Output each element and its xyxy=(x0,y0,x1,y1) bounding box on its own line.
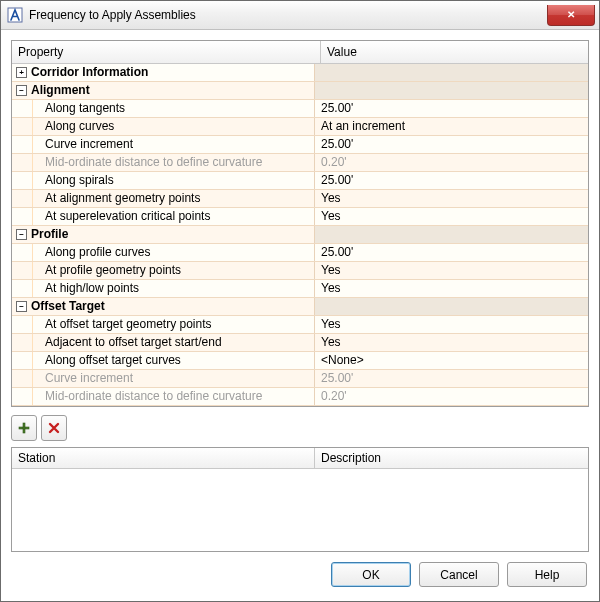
list-header: Station Description xyxy=(12,448,588,469)
app-icon xyxy=(7,7,23,23)
collapse-icon[interactable]: − xyxy=(16,301,27,312)
station-toolbar xyxy=(11,415,589,441)
row-value: 0.20' xyxy=(315,154,588,171)
list-header-station[interactable]: Station xyxy=(12,448,315,468)
expand-icon[interactable]: + xyxy=(16,67,27,78)
row-offset-curve-increment: Curve increment 25.00' xyxy=(12,370,588,388)
row-profile-geometry-points[interactable]: At profile geometry points Yes xyxy=(12,262,588,280)
row-curve-increment[interactable]: Curve increment 25.00' xyxy=(12,136,588,154)
row-label: At superelevation critical points xyxy=(37,208,210,225)
group-label: Profile xyxy=(31,226,68,243)
cancel-button[interactable]: Cancel xyxy=(419,562,499,587)
grid-body: + Corridor Information − Alignment Along… xyxy=(12,64,588,406)
title-bar[interactable]: Frequency to Apply Assemblies ✕ xyxy=(1,1,599,30)
row-value[interactable]: <None> xyxy=(315,352,588,369)
row-label: At offset target geometry points xyxy=(37,316,212,333)
help-button[interactable]: Help xyxy=(507,562,587,587)
station-list: Station Description xyxy=(11,447,589,552)
list-header-description[interactable]: Description xyxy=(315,448,588,468)
delete-station-button[interactable] xyxy=(41,415,67,441)
group-value xyxy=(315,64,588,81)
row-value[interactable]: Yes xyxy=(315,208,588,225)
row-value[interactable]: 25.00' xyxy=(315,244,588,261)
grid-header-value[interactable]: Value xyxy=(321,41,588,63)
plus-icon xyxy=(17,421,31,435)
row-adjacent-offset-target[interactable]: Adjacent to offset target start/end Yes xyxy=(12,334,588,352)
row-offset-target-geometry-points[interactable]: At offset target geometry points Yes xyxy=(12,316,588,334)
row-alignment-geometry-points[interactable]: At alignment geometry points Yes xyxy=(12,190,588,208)
group-label: Corridor Information xyxy=(31,64,148,81)
window-title: Frequency to Apply Assemblies xyxy=(29,8,547,22)
row-label: Curve increment xyxy=(37,136,133,153)
group-label: Offset Target xyxy=(31,298,105,315)
group-value xyxy=(315,226,588,243)
group-value xyxy=(315,82,588,99)
row-label: Along curves xyxy=(37,118,114,135)
client-area: Property Value + Corridor Information − xyxy=(1,30,599,601)
row-value: 25.00' xyxy=(315,370,588,387)
dialog-window: Frequency to Apply Assemblies ✕ Property… xyxy=(0,0,600,602)
list-body[interactable] xyxy=(12,469,588,551)
dialog-buttons: OK Cancel Help xyxy=(11,552,589,591)
row-value[interactable]: Yes xyxy=(315,316,588,333)
row-label: At profile geometry points xyxy=(37,262,181,279)
row-along-tangents[interactable]: Along tangents 25.00' xyxy=(12,100,588,118)
row-along-spirals[interactable]: Along spirals 25.00' xyxy=(12,172,588,190)
row-label: Along offset target curves xyxy=(37,352,181,369)
collapse-icon[interactable]: − xyxy=(16,229,27,240)
row-along-offset-target-curves[interactable]: Along offset target curves <None> xyxy=(12,352,588,370)
group-alignment[interactable]: − Alignment xyxy=(12,82,588,100)
row-label: At high/low points xyxy=(37,280,139,297)
grid-header-property[interactable]: Property xyxy=(12,41,321,63)
row-superelevation-critical-points[interactable]: At superelevation critical points Yes xyxy=(12,208,588,226)
row-label: Mid-ordinate distance to define curvatur… xyxy=(37,154,262,171)
row-label: Curve increment xyxy=(37,370,133,387)
row-value[interactable]: Yes xyxy=(315,280,588,297)
add-station-button[interactable] xyxy=(11,415,37,441)
row-label: Along tangents xyxy=(37,100,125,117)
row-label: At alignment geometry points xyxy=(37,190,200,207)
row-value[interactable]: At an increment xyxy=(315,118,588,135)
row-value[interactable]: Yes xyxy=(315,334,588,351)
row-high-low-points[interactable]: At high/low points Yes xyxy=(12,280,588,298)
group-label: Alignment xyxy=(31,82,90,99)
group-profile[interactable]: − Profile xyxy=(12,226,588,244)
row-value[interactable]: 25.00' xyxy=(315,136,588,153)
ok-button[interactable]: OK xyxy=(331,562,411,587)
row-value[interactable]: Yes xyxy=(315,190,588,207)
row-label: Mid-ordinate distance to define curvatur… xyxy=(37,388,262,405)
row-label: Along profile curves xyxy=(37,244,150,261)
row-label: Adjacent to offset target start/end xyxy=(37,334,222,351)
collapse-icon[interactable]: − xyxy=(16,85,27,96)
property-grid: Property Value + Corridor Information − xyxy=(11,40,589,407)
group-value xyxy=(315,298,588,315)
row-along-curves[interactable]: Along curves At an increment xyxy=(12,118,588,136)
grid-header: Property Value xyxy=(12,41,588,64)
row-value[interactable]: 25.00' xyxy=(315,100,588,117)
row-label: Along spirals xyxy=(37,172,114,189)
close-button[interactable]: ✕ xyxy=(547,5,595,26)
close-icon: ✕ xyxy=(567,9,575,20)
row-value[interactable]: 25.00' xyxy=(315,172,588,189)
group-offset-target[interactable]: − Offset Target xyxy=(12,298,588,316)
row-offset-mid-ordinate: Mid-ordinate distance to define curvatur… xyxy=(12,388,588,406)
delete-icon xyxy=(47,421,61,435)
row-value[interactable]: Yes xyxy=(315,262,588,279)
row-along-profile-curves[interactable]: Along profile curves 25.00' xyxy=(12,244,588,262)
group-corridor-information[interactable]: + Corridor Information xyxy=(12,64,588,82)
row-mid-ordinate-alignment: Mid-ordinate distance to define curvatur… xyxy=(12,154,588,172)
row-value: 0.20' xyxy=(315,388,588,405)
